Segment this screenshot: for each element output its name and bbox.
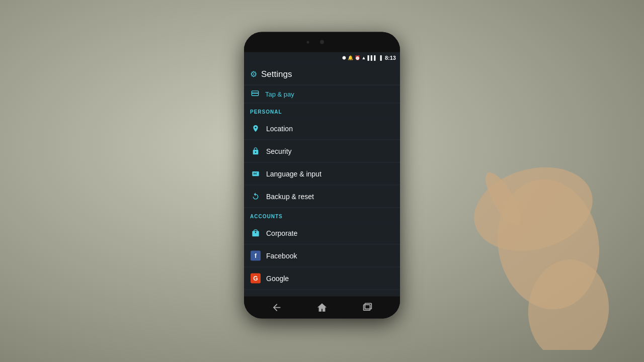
- svg-point-7: [524, 256, 613, 350]
- location-label: Location: [266, 125, 293, 133]
- wifi-icon: ▲: [362, 55, 366, 60]
- location-icon: [250, 123, 261, 134]
- language-icon: [250, 168, 261, 179]
- recents-button[interactable]: [362, 302, 373, 313]
- status-icons: ⬢ 🔔 ⏰ ▲ ▌▌▌ ▐ 8:13: [342, 55, 396, 61]
- backup-label: Backup & reset: [266, 193, 314, 201]
- imap-item[interactable]: IMAP: [244, 290, 400, 297]
- scroll-content: Tap & pay PERSONAL Location: [244, 85, 400, 297]
- phone-top-bezel: [244, 32, 400, 52]
- corporate-label: Corporate: [266, 229, 297, 237]
- bottom-nav: [244, 297, 400, 319]
- bluetooth-icon: ⬢: [342, 55, 346, 60]
- status-time: 8:13: [385, 55, 396, 61]
- scene: ⬢ 🔔 ⏰ ▲ ▌▌▌ ▐ 8:13 ⚙ Settings: [0, 0, 644, 362]
- facebook-label: Facebook: [266, 252, 297, 260]
- settings-header: ⚙ Settings: [244, 63, 400, 85]
- home-button[interactable]: [316, 302, 328, 313]
- security-label: Security: [266, 147, 292, 155]
- hand-overlay: [392, 109, 644, 350]
- status-bar: ⬢ 🔔 ⏰ ▲ ▌▌▌ ▐ 8:13: [244, 52, 400, 63]
- language-item[interactable]: Language & input: [244, 163, 400, 186]
- corporate-icon: [250, 228, 261, 239]
- clock-icon: ⏰: [355, 55, 360, 60]
- security-item[interactable]: Security: [244, 140, 400, 163]
- back-button[interactable]: [271, 302, 282, 313]
- signal-icon: ▌▌▌: [367, 55, 377, 60]
- location-item[interactable]: Location: [244, 118, 400, 140]
- phone-speaker: [307, 41, 309, 43]
- settings-gear-icon: ⚙: [250, 69, 257, 79]
- corporate-item[interactable]: Corporate: [244, 222, 400, 245]
- facebook-item[interactable]: f Facebook: [244, 245, 400, 267]
- google-icon-box: G: [251, 274, 261, 284]
- facebook-icon-box: f: [251, 251, 261, 261]
- backup-icon: [250, 191, 261, 202]
- accounts-label: ACCOUNTS: [250, 214, 283, 219]
- google-icon: G: [250, 273, 261, 284]
- svg-point-5: [479, 168, 527, 230]
- facebook-icon: f: [250, 250, 261, 261]
- personal-section-header: PERSONAL: [244, 104, 400, 118]
- security-icon: [250, 146, 261, 157]
- phone-camera: [320, 40, 324, 44]
- google-label: Google: [266, 275, 289, 283]
- svg-rect-1: [252, 93, 258, 94]
- battery-icon: ▐: [379, 55, 382, 60]
- personal-label: PERSONAL: [250, 109, 282, 115]
- phone-body: ⬢ 🔔 ⏰ ▲ ▌▌▌ ▐ 8:13 ⚙ Settings: [244, 32, 400, 319]
- tap-pay-icon: [250, 89, 260, 99]
- phone-screen: ⬢ 🔔 ⏰ ▲ ▌▌▌ ▐ 8:13 ⚙ Settings: [244, 52, 400, 319]
- alarm-icon: 🔔: [348, 55, 353, 60]
- tap-pay-label: Tap & pay: [265, 90, 294, 98]
- svg-point-6: [488, 171, 609, 318]
- svg-point-4: [464, 155, 602, 264]
- google-item[interactable]: G Google: [244, 267, 400, 290]
- language-label: Language & input: [266, 170, 321, 178]
- settings-title: Settings: [261, 69, 292, 79]
- backup-item[interactable]: Backup & reset: [244, 186, 400, 208]
- tap-and-pay-row[interactable]: Tap & pay: [244, 85, 400, 104]
- accounts-section-header: ACCOUNTS: [244, 208, 400, 222]
